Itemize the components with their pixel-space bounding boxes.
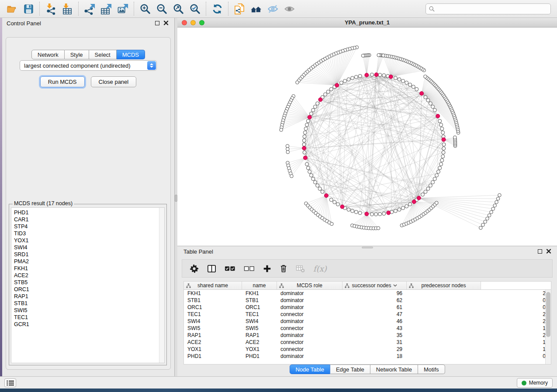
- network-node[interactable]: [394, 209, 397, 213]
- network-node[interactable]: [415, 87, 419, 91]
- mcds-hub-node[interactable]: [324, 194, 328, 198]
- column-header-mcds-role[interactable]: MCDS role: [277, 282, 343, 289]
- table-panel-splitter-grip[interactable]: [362, 247, 373, 248]
- mcds-hub-node[interactable]: [308, 115, 311, 119]
- mcds-node-item[interactable]: SWI5: [11, 307, 164, 314]
- table-row[interactable]: ORC1ORC1dominator610: [184, 304, 551, 311]
- network-node[interactable]: [433, 108, 436, 112]
- network-node[interactable]: [442, 147, 446, 150]
- column-header-shared-name[interactable]: shared name: [184, 282, 242, 289]
- mcds-node-item[interactable]: PHD1: [11, 209, 164, 216]
- select-all-rows-icon[interactable]: [225, 265, 235, 272]
- column-header-successor-nodes[interactable]: successor nodes: [343, 282, 407, 289]
- network-node[interactable]: [424, 96, 427, 99]
- network-node[interactable]: [324, 93, 327, 96]
- mcds-node-item[interactable]: STB5: [11, 279, 164, 286]
- network-node[interactable]: [311, 177, 315, 181]
- table-row[interactable]: FKH1FKH1dominator962: [184, 290, 551, 297]
- network-node[interactable]: [318, 187, 322, 190]
- mcds-result-list[interactable]: PHD1CAR1STP4TID3YOX1SWI4SRD1PMA2FKH1ACE2…: [11, 207, 165, 363]
- network-node[interactable]: [354, 75, 358, 79]
- settings-gear-icon[interactable]: [190, 264, 199, 273]
- add-column-icon[interactable]: [263, 265, 271, 273]
- network-node[interactable]: [438, 166, 442, 170]
- network-node[interactable]: [498, 193, 502, 197]
- tab-motifs[interactable]: Motifs: [418, 364, 445, 374]
- tab-network-table[interactable]: Network Table: [370, 364, 418, 374]
- table-float-window-icon[interactable]: [538, 249, 542, 254]
- network-node[interactable]: [305, 123, 309, 127]
- network-node[interactable]: [484, 220, 487, 224]
- network-node[interactable]: [330, 222, 334, 226]
- network-node[interactable]: [408, 83, 412, 86]
- network-node[interactable]: [429, 102, 432, 105]
- network-node[interactable]: [441, 155, 445, 158]
- first-neighbors-icon[interactable]: [248, 2, 264, 16]
- network-node[interactable]: [493, 204, 497, 207]
- network-node[interactable]: [303, 135, 306, 138]
- mcds-hub-node[interactable]: [412, 200, 416, 204]
- mcds-node-item[interactable]: ACE2: [11, 272, 164, 279]
- network-node[interactable]: [302, 139, 306, 142]
- network-node[interactable]: [431, 181, 435, 184]
- network-node[interactable]: [370, 213, 374, 216]
- mcds-hub-node[interactable]: [303, 156, 307, 160]
- mcds-node-item[interactable]: SWI4: [11, 244, 164, 251]
- table-close-window-icon[interactable]: [546, 248, 551, 254]
- tab-style[interactable]: Style: [65, 50, 89, 59]
- network-node[interactable]: [439, 123, 443, 127]
- network-node[interactable]: [304, 127, 308, 131]
- network-node[interactable]: [296, 81, 299, 84]
- network-node[interactable]: [280, 128, 283, 132]
- network-node[interactable]: [490, 210, 493, 214]
- search-input[interactable]: [437, 4, 547, 14]
- network-node[interactable]: [290, 175, 294, 178]
- network-node[interactable]: [329, 87, 333, 91]
- tab-node-table[interactable]: Node Table: [289, 364, 330, 374]
- network-node[interactable]: [440, 158, 444, 162]
- hide-selected-icon[interactable]: [264, 2, 281, 16]
- network-node[interactable]: [394, 76, 397, 80]
- network-node[interactable]: [302, 143, 306, 146]
- zoom-fit-icon[interactable]: [170, 2, 187, 16]
- mcds-node-item[interactable]: ORC1: [11, 286, 164, 293]
- network-node[interactable]: [351, 76, 354, 80]
- network-node[interactable]: [326, 90, 330, 93]
- tab-select[interactable]: Select: [89, 50, 117, 59]
- network-node[interactable]: [305, 162, 309, 166]
- mcds-node-item[interactable]: STP4: [11, 223, 164, 230]
- table-row[interactable]: YOX1YOX1connector291: [184, 346, 551, 353]
- mcds-node-item[interactable]: YOX1: [11, 237, 164, 244]
- mcds-hub-node[interactable]: [302, 146, 306, 150]
- mcds-hub-node[interactable]: [365, 212, 369, 216]
- table-row[interactable]: ACE2ACE2connector311: [184, 339, 551, 346]
- network-node[interactable]: [309, 112, 313, 115]
- network-node[interactable]: [426, 187, 430, 190]
- zoom-in-icon[interactable]: [137, 2, 153, 16]
- network-node[interactable]: [401, 206, 405, 210]
- import-table-icon[interactable]: [59, 2, 76, 16]
- network-node[interactable]: [408, 203, 412, 206]
- delete-columns-icon[interactable]: [280, 264, 287, 273]
- network-node[interactable]: [382, 212, 386, 215]
- network-node[interactable]: [306, 166, 310, 170]
- mcds-hub-node[interactable]: [318, 98, 322, 102]
- network-node[interactable]: [405, 81, 408, 85]
- network-node[interactable]: [382, 74, 386, 77]
- network-node[interactable]: [316, 102, 319, 105]
- save-session-icon[interactable]: [20, 2, 37, 16]
- network-node[interactable]: [398, 78, 401, 81]
- network-window-titlebar[interactable]: YPA_prune.txt_1: [177, 18, 557, 28]
- network-node[interactable]: [311, 108, 315, 112]
- network-node[interactable]: [426, 99, 430, 102]
- network-node[interactable]: [412, 85, 415, 89]
- copy-network-icon[interactable]: [231, 2, 248, 16]
- network-node[interactable]: [347, 208, 350, 211]
- network-node[interactable]: [442, 143, 446, 146]
- optimization-criterion-select[interactable]: largest connected component (undirected): [20, 60, 157, 71]
- mcds-hub-node[interactable]: [436, 114, 440, 118]
- network-node[interactable]: [329, 198, 333, 202]
- network-node[interactable]: [429, 184, 432, 187]
- close-window-icon[interactable]: [163, 20, 169, 26]
- mcds-hub-node[interactable]: [387, 211, 391, 215]
